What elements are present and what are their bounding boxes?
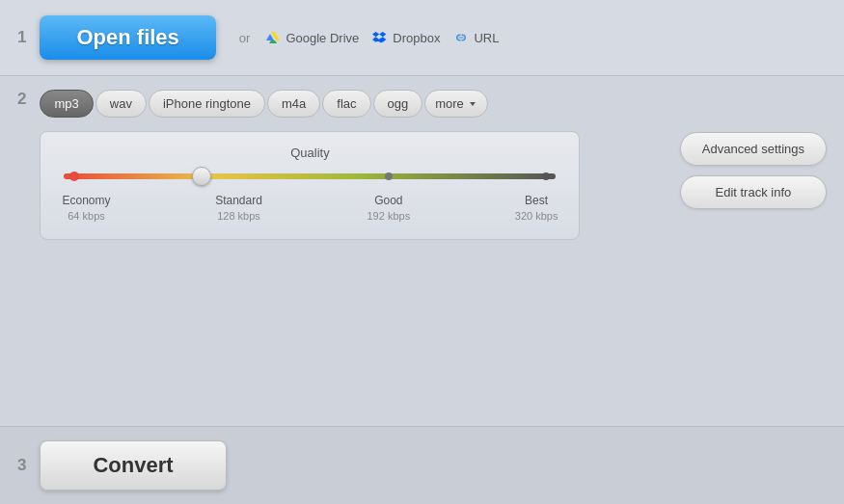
open-files-button[interactable]: Open files <box>40 15 215 60</box>
tab-iphone-ringtone[interactable]: iPhone ringtone <box>149 90 265 118</box>
marker-best-kbps: 320 kbps <box>515 209 558 224</box>
marker-best: Best 320 kbps <box>515 193 558 224</box>
section-1: 1 Open files or Google Drive Dropbox <box>0 0 844 76</box>
convert-button[interactable]: Convert <box>40 440 226 491</box>
tab-ogg[interactable]: ogg <box>373 90 423 118</box>
step-1-number: 1 <box>17 28 26 47</box>
or-text: or <box>239 31 251 45</box>
chevron-down-icon <box>468 99 477 109</box>
edit-track-info-button[interactable]: Edit track info <box>680 175 827 209</box>
tab-mp3[interactable]: mp3 <box>40 90 93 118</box>
marker-standard: Standard 128 kbps <box>215 193 262 224</box>
slider-container <box>64 173 556 179</box>
slider-dot-best <box>542 172 550 180</box>
section-3: 3 Convert <box>0 427 844 504</box>
google-drive-link[interactable]: Google Drive <box>265 30 359 45</box>
marker-economy-kbps: 64 kbps <box>62 209 110 224</box>
section-2: 2 mp3 wav iPhone ringtone m4a flac ogg m… <box>0 76 844 427</box>
svg-marker-2 <box>269 40 277 43</box>
quality-slider-thumb[interactable] <box>192 167 211 186</box>
marker-standard-kbps: 128 kbps <box>215 209 262 224</box>
step-2-number: 2 <box>17 90 26 109</box>
step2-side-buttons: Advanced settings Edit track info <box>680 132 827 209</box>
quality-panel: Quality Economy <box>40 131 580 240</box>
more-label: more <box>435 96 464 111</box>
dropbox-icon <box>372 30 388 45</box>
marker-economy: Economy 64 kbps <box>62 193 110 224</box>
marker-good: Good 192 kbps <box>367 193 410 224</box>
marker-standard-label: Standard <box>215 193 262 209</box>
svg-marker-3 <box>470 102 476 106</box>
advanced-settings-button[interactable]: Advanced settings <box>680 132 827 166</box>
marker-good-kbps: 192 kbps <box>367 209 410 224</box>
dropbox-link[interactable]: Dropbox <box>372 30 440 45</box>
slider-start-dot <box>69 172 79 181</box>
tab-m4a[interactable]: m4a <box>267 90 320 118</box>
link-icon <box>453 30 469 45</box>
tab-wav[interactable]: wav <box>95 90 147 118</box>
quality-label: Quality <box>60 146 559 160</box>
tab-flac[interactable]: flac <box>322 90 370 118</box>
cloud-links: Google Drive Dropbox URL <box>265 30 499 45</box>
format-tabs: mp3 wav iPhone ringtone m4a flac ogg mor… <box>40 90 656 118</box>
quality-slider-track <box>64 173 556 179</box>
marker-best-label: Best <box>515 193 558 209</box>
step-3-number: 3 <box>17 456 26 475</box>
marker-economy-label: Economy <box>62 193 110 209</box>
url-link[interactable]: URL <box>453 30 499 45</box>
marker-good-label: Good <box>367 193 410 209</box>
quality-markers: Economy 64 kbps Standard 128 kbps Good 1… <box>60 193 559 224</box>
google-drive-icon <box>265 30 281 45</box>
slider-dot-good <box>385 172 393 180</box>
tab-more[interactable]: more <box>424 90 488 118</box>
